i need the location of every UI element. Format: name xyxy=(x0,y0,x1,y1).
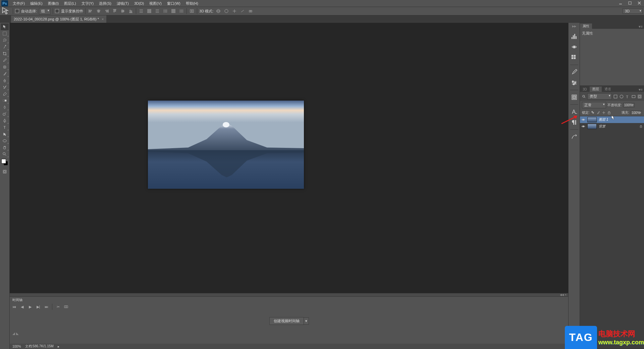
align-left-edges-icon[interactable] xyxy=(88,8,94,14)
close-tab-icon[interactable]: × xyxy=(102,17,104,21)
menu-image[interactable]: 图像(I) xyxy=(45,0,61,7)
workspace-3d-dropdown[interactable]: 3D xyxy=(623,8,643,14)
menu-select[interactable]: 选择(S) xyxy=(96,0,114,7)
visibility-icon[interactable] xyxy=(581,124,585,128)
swatches-panel-icon[interactable] xyxy=(571,54,578,61)
adjustments-panel-icon[interactable] xyxy=(571,79,578,86)
move-tool[interactable] xyxy=(1,23,9,30)
align-top-edges-icon[interactable] xyxy=(112,8,118,14)
orbit-3d-icon[interactable] xyxy=(215,8,221,14)
distribute-top-icon[interactable] xyxy=(138,8,144,14)
hand-tool[interactable] xyxy=(1,144,9,151)
visibility-icon[interactable] xyxy=(581,118,585,122)
zoom-tool[interactable] xyxy=(1,151,9,158)
layers-menu-icon[interactable]: ▾≡ xyxy=(637,88,644,92)
zoom-value[interactable]: 100% xyxy=(12,345,21,348)
layer-name[interactable]: 背景 xyxy=(599,124,605,129)
close-button[interactable] xyxy=(635,0,644,6)
properties-tab[interactable]: 属性 xyxy=(580,23,592,29)
menu-window[interactable]: 窗口(W) xyxy=(164,0,183,7)
pan-3d-icon[interactable] xyxy=(231,8,237,14)
timeline-tab[interactable]: 时间轴 xyxy=(10,297,25,303)
auto-align-icon[interactable] xyxy=(189,8,195,14)
type-tool[interactable]: T xyxy=(1,124,9,131)
align-bottom-edges-icon[interactable] xyxy=(128,8,134,14)
prev-frame-icon[interactable]: ◀ xyxy=(20,304,24,309)
blur-tool[interactable] xyxy=(1,104,9,111)
lock-all-icon[interactable] xyxy=(607,111,611,115)
document-tab[interactable]: 2022-10-04_093128.png @ 100% (图层 1, RGB/… xyxy=(11,15,106,23)
goto-last-frame-icon[interactable]: ⏭ xyxy=(44,304,49,309)
marquee-tool[interactable] xyxy=(1,30,9,37)
pen-tool[interactable] xyxy=(1,117,9,124)
gradient-tool[interactable] xyxy=(1,97,9,104)
distribute-hcenter-icon[interactable] xyxy=(170,8,176,14)
create-timeline-button[interactable]: 创建视频时间轴 xyxy=(269,317,304,325)
crop-tool[interactable] xyxy=(1,50,9,57)
clone-stamp-tool[interactable] xyxy=(1,77,9,84)
filter-pixel-icon[interactable] xyxy=(613,94,618,99)
minimize-button[interactable] xyxy=(616,0,625,6)
eraser-tool[interactable] xyxy=(1,91,9,97)
lock-paint-icon[interactable] xyxy=(596,111,600,115)
align-right-edges-icon[interactable] xyxy=(104,8,110,14)
roll-3d-icon[interactable] xyxy=(223,8,229,14)
eyedropper-tool[interactable] xyxy=(1,57,9,64)
layer-row[interactable]: 背景 xyxy=(580,123,644,130)
create-timeline-dropdown[interactable]: ▾ xyxy=(304,317,309,325)
layer-name[interactable]: 图层 1 xyxy=(599,117,608,122)
menu-type[interactable]: 文字(Y) xyxy=(79,0,97,7)
panel-menu-icon[interactable]: ▾≡ xyxy=(637,24,644,29)
spot-heal-tool[interactable] xyxy=(1,64,9,70)
goto-first-frame-icon[interactable]: ⏮ xyxy=(12,304,16,309)
lock-position-icon[interactable] xyxy=(602,111,606,115)
histogram-panel-icon[interactable] xyxy=(571,33,578,40)
align-horizontal-center-icon[interactable] xyxy=(96,8,102,14)
styles-panel-icon[interactable] xyxy=(571,94,578,101)
navigator-panel-icon[interactable] xyxy=(571,43,578,51)
path-selection-tool[interactable] xyxy=(1,131,9,137)
align-vertical-center-icon[interactable] xyxy=(120,8,126,14)
next-frame-icon[interactable]: ▶| xyxy=(36,304,41,309)
filter-smartobject-icon[interactable] xyxy=(637,94,642,99)
distribute-right-icon[interactable] xyxy=(178,8,184,14)
layer-thumbnail[interactable] xyxy=(587,117,597,122)
shape-tool[interactable] xyxy=(1,137,9,144)
filter-type-icon[interactable]: T xyxy=(625,94,630,99)
brush-panel-icon[interactable] xyxy=(571,68,578,76)
auto-select-checkbox[interactable] xyxy=(15,9,19,13)
history-brush-tool[interactable] xyxy=(1,84,9,91)
lasso-tool[interactable] xyxy=(1,37,9,44)
timeline-collapse-handle[interactable]: ◀◀ ✕ xyxy=(10,293,568,297)
canvas-area[interactable]: ◀◀ ✕ 时间轴 ⏮ ◀ ▶ ▶| ⏭ ✂ 创建视频时间轴 ▾ ◢ ◣ xyxy=(10,23,568,349)
dodge-tool[interactable] xyxy=(1,111,9,117)
menu-help[interactable]: 帮助(H) xyxy=(183,0,201,7)
paths-panel-icon[interactable] xyxy=(571,133,578,140)
distribute-vcenter-icon[interactable] xyxy=(146,8,152,14)
menu-3d[interactable]: 3D(D) xyxy=(131,1,147,6)
filter-shape-icon[interactable] xyxy=(631,94,636,99)
cut-icon[interactable]: ✂ xyxy=(56,304,60,309)
opacity-input[interactable]: 100% xyxy=(623,103,635,107)
menu-view[interactable]: 视图(V) xyxy=(147,0,164,7)
filter-type-dropdown[interactable]: 类型 xyxy=(587,93,612,100)
tab-layers[interactable]: 图层 xyxy=(590,86,602,92)
blend-mode-dropdown[interactable]: 正常 xyxy=(582,102,606,108)
menu-filter[interactable]: 滤镜(T) xyxy=(114,0,131,7)
slide-3d-icon[interactable] xyxy=(239,8,246,14)
play-icon[interactable]: ▶ xyxy=(28,304,33,309)
menu-file[interactable]: 文件(F) xyxy=(10,0,28,7)
layer-thumbnail[interactable] xyxy=(587,124,597,129)
menu-layer[interactable]: 图层(L) xyxy=(61,0,78,7)
lock-transparent-icon[interactable] xyxy=(591,111,595,115)
transition-icon[interactable] xyxy=(64,304,68,309)
menu-edit[interactable]: 编辑(E) xyxy=(28,0,45,7)
fill-input[interactable]: 100% xyxy=(631,111,642,115)
tab-channels[interactable]: 通道 xyxy=(602,86,614,92)
brush-tool[interactable] xyxy=(1,70,9,77)
distribute-bottom-icon[interactable] xyxy=(154,8,160,14)
current-tool-icon[interactable] xyxy=(1,8,11,14)
zoom-3d-icon[interactable] xyxy=(248,8,254,14)
tab-3d[interactable]: 3D xyxy=(580,86,590,92)
quick-mask-toggle[interactable] xyxy=(1,168,9,175)
